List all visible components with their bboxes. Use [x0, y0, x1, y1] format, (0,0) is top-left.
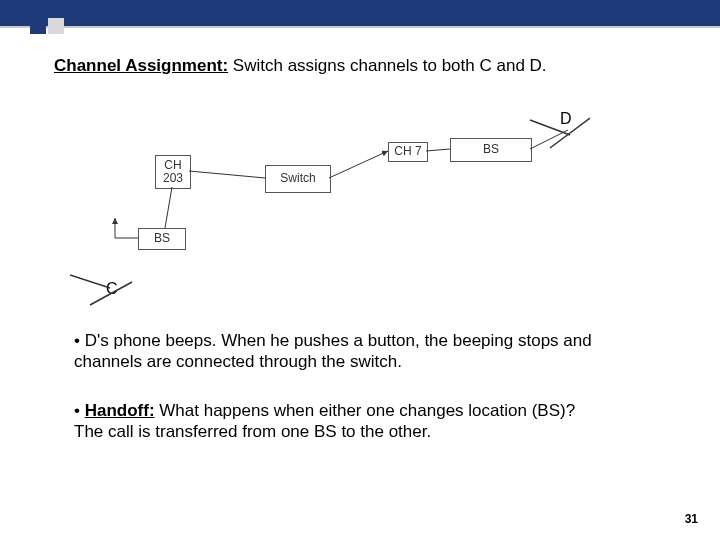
accent-square-dark	[30, 18, 46, 34]
svg-line-1	[165, 187, 172, 228]
diagram-lines	[70, 110, 590, 310]
accent-square-light	[48, 18, 64, 34]
slide: Channel Assignment: Switch assigns chann…	[0, 0, 720, 540]
svg-line-7	[530, 120, 570, 135]
heading-rest: Switch assigns channels to both C and D.	[228, 56, 546, 75]
bullet-1-line1: D's phone beeps. When he pushes a button…	[85, 331, 592, 350]
svg-line-0	[189, 171, 265, 178]
bullet-2-dot: •	[74, 401, 85, 420]
bullet-2-line2: The call is transferred from one BS to t…	[74, 422, 431, 441]
bullet-1-dot: •	[74, 331, 85, 350]
top-bar-underline	[0, 26, 720, 28]
handoff-label: Handoff:	[85, 401, 155, 420]
body-paragraph-2: • Handoff: What happens when either one …	[74, 400, 654, 443]
diagram: CH 203 BS C Switch CH 7 BS D	[70, 110, 590, 310]
heading-label: Channel Assignment:	[54, 56, 228, 75]
heading: Channel Assignment: Switch assigns chann…	[54, 56, 547, 76]
svg-line-3	[90, 282, 132, 305]
svg-line-5	[426, 149, 450, 151]
svg-line-4	[329, 151, 388, 178]
svg-line-2	[70, 275, 110, 288]
bullet-1-line2: channels are connected through the switc…	[74, 352, 402, 371]
body-paragraph-1: • D's phone beeps. When he pushes a butt…	[74, 330, 654, 373]
page-number: 31	[685, 512, 698, 526]
svg-line-8	[550, 118, 590, 148]
bullet-2-line1-rest: What happens when either one changes loc…	[155, 401, 576, 420]
top-bar	[0, 0, 720, 26]
